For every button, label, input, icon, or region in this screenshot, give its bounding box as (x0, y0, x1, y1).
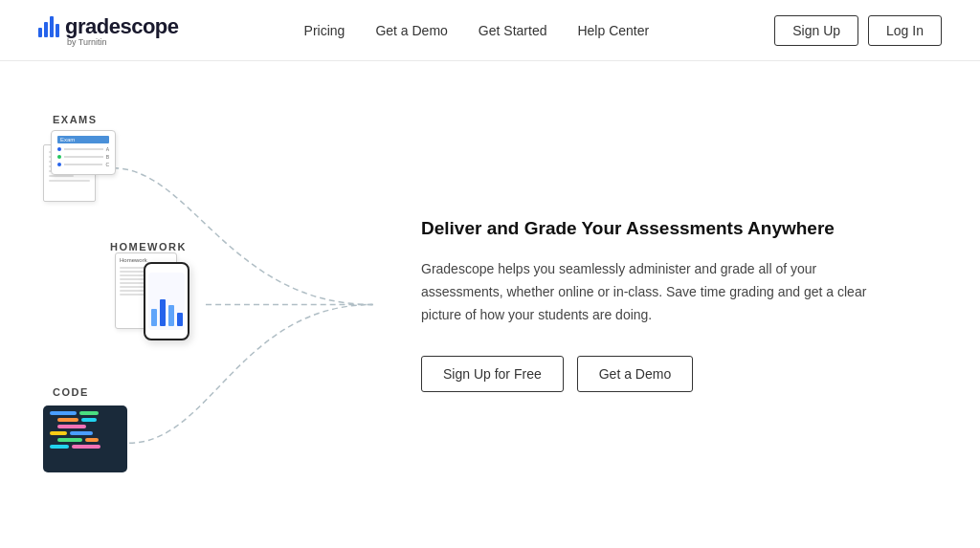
header: gradescope by Turnitin Pricing Get a Dem… (0, 0, 980, 61)
exams-label: EXAMS (53, 114, 98, 125)
nav-pricing[interactable]: Pricing (304, 23, 345, 38)
main-nav: Pricing Get a Demo Get Started Help Cent… (304, 23, 650, 38)
homework-label: HOMEWORK (110, 241, 187, 252)
right-panel: Deliver and Grade Your Assessments Anywh… (383, 61, 980, 548)
homework-icon: Homework (115, 252, 201, 348)
login-button[interactable]: Log In (868, 15, 942, 46)
logo-main: gradescope (38, 14, 179, 39)
main-content: EXAMS Exam A (0, 61, 980, 548)
nav-buttons: Sign Up Log In (774, 15, 942, 46)
get-demo-button[interactable]: Get a Demo (577, 356, 693, 392)
exams-icon: Exam A B C (43, 130, 120, 207)
signup-free-button[interactable]: Sign Up for Free (421, 356, 564, 392)
signup-button[interactable]: Sign Up (774, 15, 858, 46)
code-label: CODE (53, 386, 89, 398)
left-panel: EXAMS Exam A (0, 61, 383, 548)
nav-help-center[interactable]: Help Center (577, 23, 649, 38)
nav-get-a-demo[interactable]: Get a Demo (375, 23, 447, 38)
tagline: Deliver and Grade Your Assessments Anywh… (421, 217, 923, 241)
logo-subtext: by Turnitin (67, 37, 107, 47)
logo-icon (38, 16, 59, 37)
nav-get-started[interactable]: Get Started (479, 23, 547, 38)
cta-buttons: Sign Up for Free Get a Demo (421, 356, 923, 392)
logo-text: gradescope (65, 14, 179, 39)
code-icon (43, 406, 129, 477)
description: Gradescope helps you seamlessly administ… (421, 258, 880, 326)
logo-area: gradescope by Turnitin (38, 14, 179, 47)
